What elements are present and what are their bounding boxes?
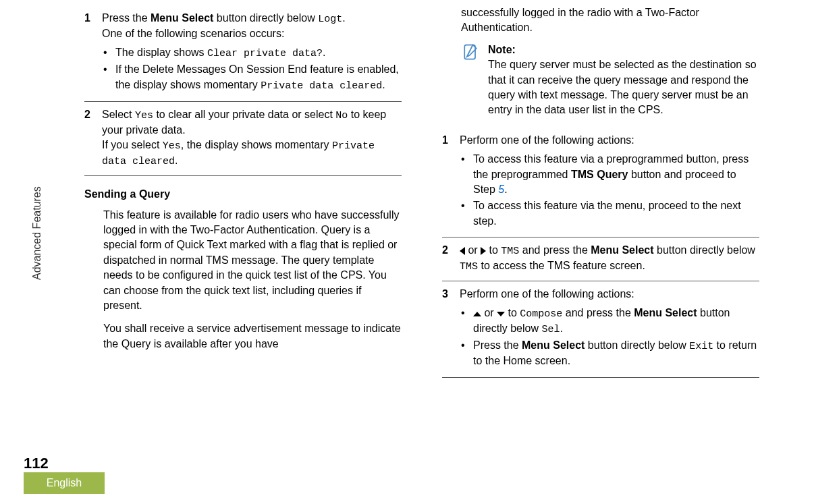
text: button directly below [654, 244, 755, 256]
language-bar: English [24, 472, 105, 494]
list-item: To access this feature via a preprogramm… [460, 152, 759, 197]
paragraph: This feature is available for radio user… [103, 208, 402, 314]
text: and press the [562, 307, 634, 318]
page-content: 1 Press the Menu Select button directly … [84, 0, 759, 378]
left-column: 1 Press the Menu Select button directly … [84, 5, 402, 378]
text: Press the [473, 339, 522, 351]
text: If you select [102, 139, 163, 150]
tms-query-label: TMS Query [571, 169, 628, 180]
nav-right-icon [481, 247, 486, 255]
step-number: 2 [442, 243, 450, 274]
logt-code: Logt [318, 13, 342, 25]
list-item: To access this feature via the menu, pro… [460, 198, 759, 229]
paragraph: You shall receive a service advertisemen… [103, 321, 402, 352]
language-label: English [47, 476, 82, 491]
text: or [465, 244, 481, 256]
yes-code: Yes [163, 140, 181, 152]
step-body: Select Yes to clear all your private dat… [102, 107, 402, 169]
note-body: Note: The query server must be selected … [488, 43, 759, 118]
step-text: Select Yes to clear all your private dat… [102, 107, 402, 138]
step-1: 1 Press the Menu Select button directly … [84, 5, 402, 102]
text: to [505, 307, 520, 318]
text: to clear all your private data or select [153, 109, 335, 120]
text: button directly below [213, 12, 318, 24]
step-number: 1 [442, 133, 450, 230]
step-body: Perform one of the following actions: or… [460, 287, 759, 370]
step-text: Perform one of the following actions: [460, 287, 759, 302]
step-body: Perform one of the following actions: To… [460, 133, 759, 230]
bullet-list: To access this feature via a preprogramm… [460, 152, 759, 229]
step-text: Perform one of the following actions: [460, 133, 759, 148]
note-icon [461, 43, 480, 61]
note-text: The query server must be selected as the… [488, 57, 759, 118]
step-link[interactable]: 5 [498, 184, 504, 195]
step-number: 1 [84, 11, 92, 94]
list-item: The display shows Clear private data?. [102, 45, 402, 61]
text: . [382, 79, 385, 90]
bullet-list: The display shows Clear private data?. I… [102, 45, 402, 92]
text: . [560, 323, 562, 334]
no-code: No [335, 110, 348, 121]
text: and press the [519, 244, 591, 256]
bullet-list: or to Compose and press the Menu Select … [460, 306, 759, 368]
display-code: Private data cleared [261, 80, 382, 92]
nav-up-icon [473, 312, 481, 316]
text: button directly below [585, 339, 689, 351]
step-text: If you select Yes, the display shows mom… [102, 138, 402, 169]
text: to access the TMS feature screen. [478, 260, 645, 271]
list-item: or to Compose and press the Menu Select … [460, 306, 759, 337]
step-text: Press the Menu Select button directly be… [102, 11, 402, 26]
right-column: successfully logged in the radio with a … [442, 5, 759, 378]
menu-select-label: Menu Select [634, 307, 697, 318]
list-item: Press the Menu Select button directly be… [460, 338, 759, 368]
note-block: Note: The query server must be selected … [461, 43, 759, 118]
sel-code: Sel [541, 324, 560, 335]
step-number: 3 [442, 287, 450, 370]
section-heading: Sending a Query [84, 187, 402, 202]
step-text: One of the following scenarios occurs: [102, 26, 402, 41]
step-2: 2 Select Yes to clear all your private d… [84, 102, 402, 176]
nav-left-icon [460, 247, 465, 255]
text: . [323, 47, 325, 58]
continued-paragraph: successfully logged in the radio with a … [461, 5, 759, 36]
display-code: Clear private data? [207, 48, 323, 59]
text: . [342, 12, 345, 24]
step-body: or to TMS and press the Menu Select butt… [460, 243, 759, 274]
text: Select [102, 109, 135, 120]
list-item: If the Delete Messages On Session End fe… [102, 62, 402, 92]
compose-code: Compose [520, 308, 562, 320]
text: , the display shows momentary [181, 139, 332, 150]
tms-code: TMS [501, 246, 519, 257]
text: . [504, 184, 507, 195]
menu-select-label: Menu Select [522, 339, 585, 351]
text: Press the [102, 12, 151, 24]
yes-code: Yes [135, 110, 153, 121]
step-1: 1 Perform one of the following actions: … [442, 128, 759, 237]
nav-down-icon [497, 312, 505, 316]
exit-code: Exit [689, 341, 713, 352]
menu-select-label: Menu Select [591, 244, 653, 256]
text: . [175, 155, 178, 166]
step-3: 3 Perform one of the following actions: … [442, 281, 759, 378]
tms-code: TMS [460, 261, 478, 273]
note-title: Note: [488, 43, 759, 57]
text: or [481, 307, 497, 318]
step-2: 2 or to TMS and press the Menu Select bu… [442, 237, 759, 281]
menu-select-label: Menu Select [151, 12, 213, 24]
step-number: 2 [84, 107, 92, 169]
step-body: Press the Menu Select button directly be… [102, 11, 402, 94]
text: to [486, 244, 501, 256]
page-number: 112 [24, 453, 49, 474]
side-section-label: Advanced Features [30, 186, 45, 280]
text: The display shows [115, 47, 207, 58]
